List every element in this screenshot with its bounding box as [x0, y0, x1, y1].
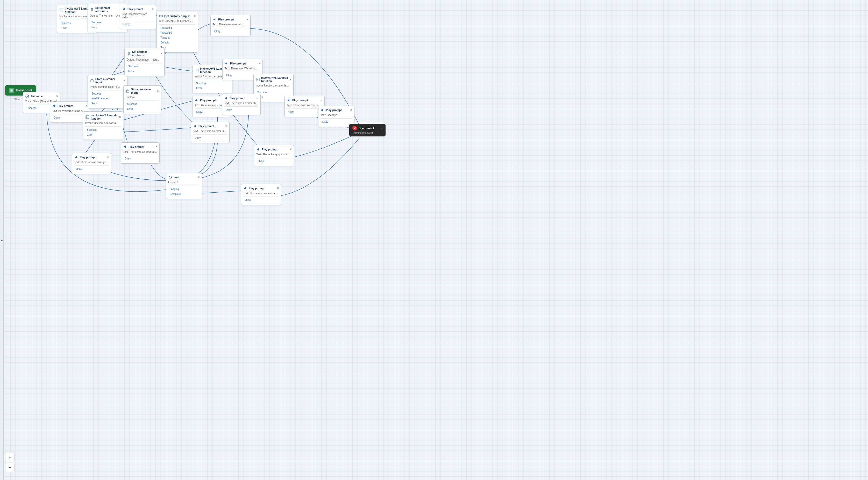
- play-prompt-error-se-okay[interactable]: Okay: [123, 157, 157, 161]
- store-customer-input-2-node[interactable]: Store customer input × Custom Success Er…: [123, 85, 161, 114]
- invoke-lambda-4-node[interactable]: λ Invoke AWS Lambda function × Invoke fu…: [83, 111, 123, 140]
- play-prompt-goodbye-node[interactable]: Play prompt × Text: Goodbye. Okay: [318, 106, 354, 127]
- invoke-lambda-4-close[interactable]: ×: [119, 115, 121, 118]
- play-prompt-incorrect-body: Text: The number was incor...: [243, 192, 279, 195]
- play-prompt-error-ch-close[interactable]: ×: [256, 97, 258, 100]
- play-prompt-1-close[interactable]: ×: [86, 104, 88, 107]
- get-customer-default[interactable]: Default: [159, 40, 196, 45]
- invoke-lambda-2-error[interactable]: Error: [194, 86, 230, 90]
- svg-marker-18: [172, 177, 172, 178]
- play-prompt-incorrect-node[interactable]: Play prompt × Text: The number was incor…: [241, 184, 281, 205]
- play-prompt-error1-node[interactable]: Play prompt × Text: There was an error c…: [210, 15, 251, 36]
- play-prompt-error1-close[interactable]: ×: [246, 18, 248, 21]
- entry-title: Entry point: [16, 89, 32, 92]
- set-contact-attrs-2-body: Output: TheNumber = dyn...: [127, 58, 162, 61]
- play-prompt-error-se-body: Text: There was an error se...: [123, 150, 157, 153]
- play-prompt-2-close[interactable]: ×: [152, 7, 154, 11]
- play-prompt-error-st-title: Play prompt: [200, 99, 216, 102]
- store-customer-input-1-node[interactable]: Store customer input × Phone number, loc…: [88, 75, 128, 108]
- entry-icon: [9, 88, 14, 93]
- play-prompt-goodbye-title: Play prompt: [326, 108, 342, 112]
- disconnect-title: Disconnect: [359, 127, 374, 130]
- get-customer-input-close[interactable]: ×: [194, 14, 196, 18]
- get-customer-input-body: Text: <speak>The number y...: [159, 20, 196, 23]
- play-prompt-1-okay[interactable]: Okay: [52, 115, 88, 120]
- store-icon-2: [126, 89, 130, 93]
- loop-complete[interactable]: Complete: [168, 192, 200, 196]
- play-prompt-error-ge-okay[interactable]: Okay: [74, 167, 108, 171]
- get-customer-input-node[interactable]: Get customer input × Text: <speak>The nu…: [156, 12, 198, 53]
- invoke-lambda-3-body: Invoke function: arn:aws:la...: [256, 84, 291, 87]
- store-customer-input-1-close[interactable]: ×: [124, 79, 125, 82]
- audio-icon-2: [122, 7, 126, 11]
- play-prompt-error1-okay[interactable]: Okay: [213, 29, 248, 33]
- get-customer-pressed2[interactable]: Pressed 2: [159, 31, 196, 35]
- play-prompt-hangup-okay[interactable]: Okay: [256, 159, 292, 163]
- play-prompt-error-se-close[interactable]: ×: [155, 145, 157, 148]
- disconnect-body: Termination event: [352, 132, 382, 134]
- store-1-invalid[interactable]: Invalid number: [90, 96, 125, 101]
- play-prompt-thankyou-close[interactable]: ×: [258, 62, 260, 65]
- audio-icon-6: [320, 108, 325, 112]
- svg-rect-14: [91, 80, 93, 82]
- invoke-lambda-3-success[interactable]: Success: [256, 90, 291, 95]
- store-1-error[interactable]: Error: [90, 101, 125, 106]
- svg-rect-15: [126, 90, 129, 93]
- play-prompt-hangup-node[interactable]: Play prompt × Text: Please hang up and t…: [254, 145, 294, 166]
- play-prompt-goodbye-close[interactable]: ×: [350, 108, 352, 112]
- loop-close[interactable]: ×: [198, 176, 200, 179]
- store-2-success[interactable]: Success: [126, 102, 159, 106]
- lambda-icon-1: λ: [59, 8, 63, 12]
- play-prompt-1-body: Text: Hi! Welcome to the s...: [52, 109, 88, 113]
- play-prompt-2-node[interactable]: Play prompt × Text: <speak>You are calli…: [120, 5, 156, 29]
- play-prompt-incorrect-close[interactable]: ×: [277, 187, 279, 190]
- play-prompt-2-title: Play prompt: [127, 7, 143, 11]
- audio-icon-1: [52, 104, 56, 108]
- set-contact-attrs-2-error[interactable]: Error: [127, 69, 162, 73]
- set-voice-title: Set voice: [31, 95, 42, 98]
- play-prompt-error-ge-close[interactable]: ×: [107, 156, 108, 159]
- svg-text:λ: λ: [257, 79, 258, 80]
- play-prompt-error-se-node[interactable]: Play prompt × Text: There was an error s…: [121, 142, 160, 164]
- play-prompt-2-okay[interactable]: Okay: [122, 22, 154, 26]
- play-prompt-error-pa-okay[interactable]: Okay: [287, 110, 322, 114]
- store-customer-input-2-title: Store customer input: [131, 88, 155, 94]
- zoom-out-button[interactable]: −: [5, 463, 14, 472]
- store-customer-input-2-close[interactable]: ×: [157, 90, 159, 93]
- play-prompt-hangup-close[interactable]: ×: [290, 148, 292, 151]
- audio-icon-11: [193, 124, 197, 128]
- play-prompt-error1-body: Text: There was an error co...: [213, 23, 248, 26]
- input-icon: [159, 14, 163, 18]
- set-contact-attrs-2-node[interactable]: Set contact attributes × Output: TheNumb…: [124, 48, 164, 76]
- invoke-lambda-4-success[interactable]: Success: [85, 128, 121, 132]
- invoke-lambda-2-success[interactable]: Success: [194, 81, 230, 85]
- get-customer-pressed1[interactable]: Pressed 1: [159, 26, 196, 30]
- play-prompt-error-ch-okay[interactable]: Okay: [224, 108, 258, 112]
- zoom-controls: + −: [5, 452, 14, 472]
- get-customer-timeout[interactable]: Timeout: [159, 35, 196, 40]
- audio-icon-7: [194, 98, 199, 102]
- play-prompt-error-in-close[interactable]: ×: [225, 125, 227, 128]
- loop-looping[interactable]: Looping: [168, 187, 200, 191]
- play-prompt-error-pa-close[interactable]: ×: [320, 99, 322, 102]
- store-1-success[interactable]: Success: [90, 92, 125, 96]
- loop-node[interactable]: Loop × Loops: 3 Looping Complete: [166, 173, 202, 199]
- play-prompt-error-in-okay[interactable]: Okay: [193, 136, 227, 140]
- store-customer-input-2-body: Custom: [126, 96, 159, 99]
- play-prompt-incorrect-okay[interactable]: Okay: [243, 198, 279, 202]
- play-prompt-error-in-node[interactable]: Play prompt × Text: There was an error i…: [191, 122, 229, 143]
- zoom-in-button[interactable]: +: [5, 452, 14, 462]
- play-prompt-error-ge-node[interactable]: Play prompt × Text: There was an error g…: [72, 153, 111, 174]
- set-contact-attrs-2-success[interactable]: Success: [127, 64, 162, 69]
- invoke-lambda-3-close[interactable]: ×: [289, 78, 291, 81]
- set-voice-close[interactable]: ×: [56, 95, 58, 98]
- expand-arrow[interactable]: ▶: [0, 237, 3, 243]
- store-2-error[interactable]: Error: [126, 107, 159, 111]
- disconnect-close[interactable]: ×: [381, 126, 382, 130]
- play-prompt-error-ch-node[interactable]: Play prompt × Text: There was an error c…: [222, 94, 261, 115]
- invoke-lambda-4-error[interactable]: Error: [85, 133, 121, 137]
- set-contact-attrs-2-close[interactable]: ×: [160, 52, 162, 55]
- play-prompt-hangup-body: Text: Please hang up and tr...: [256, 153, 292, 156]
- sidebar-toolbar: ▶: [0, 0, 4, 480]
- play-prompt-goodbye-okay[interactable]: Okay: [320, 119, 352, 124]
